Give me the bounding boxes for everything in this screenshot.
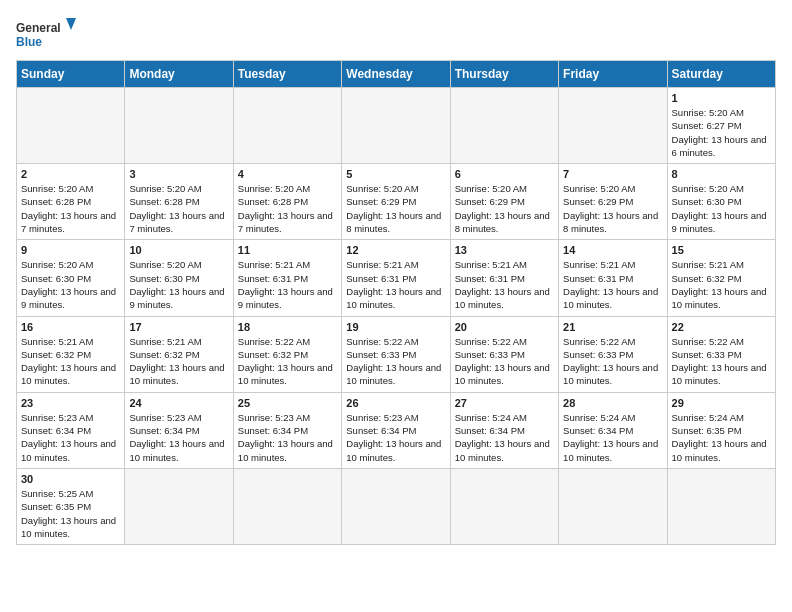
calendar-cell: 28Sunrise: 5:24 AM Sunset: 6:34 PM Dayli… bbox=[559, 392, 667, 468]
day-number: 20 bbox=[455, 321, 554, 333]
calendar-cell: 8Sunrise: 5:20 AM Sunset: 6:30 PM Daylig… bbox=[667, 164, 775, 240]
calendar-cell: 20Sunrise: 5:22 AM Sunset: 6:33 PM Dayli… bbox=[450, 316, 558, 392]
calendar-cell: 4Sunrise: 5:20 AM Sunset: 6:28 PM Daylig… bbox=[233, 164, 341, 240]
day-info: Sunrise: 5:22 AM Sunset: 6:33 PM Dayligh… bbox=[346, 335, 445, 388]
calendar-cell: 7Sunrise: 5:20 AM Sunset: 6:29 PM Daylig… bbox=[559, 164, 667, 240]
header: General Blue bbox=[16, 16, 776, 52]
day-number: 15 bbox=[672, 244, 771, 256]
svg-text:General: General bbox=[16, 21, 61, 35]
calendar-cell bbox=[450, 468, 558, 544]
calendar-cell bbox=[125, 88, 233, 164]
day-info: Sunrise: 5:22 AM Sunset: 6:33 PM Dayligh… bbox=[455, 335, 554, 388]
day-number: 26 bbox=[346, 397, 445, 409]
header-day-friday: Friday bbox=[559, 61, 667, 88]
day-number: 5 bbox=[346, 168, 445, 180]
calendar-cell: 18Sunrise: 5:22 AM Sunset: 6:32 PM Dayli… bbox=[233, 316, 341, 392]
day-number: 4 bbox=[238, 168, 337, 180]
day-info: Sunrise: 5:24 AM Sunset: 6:34 PM Dayligh… bbox=[455, 411, 554, 464]
calendar-cell: 26Sunrise: 5:23 AM Sunset: 6:34 PM Dayli… bbox=[342, 392, 450, 468]
day-number: 14 bbox=[563, 244, 662, 256]
week-row-4: 23Sunrise: 5:23 AM Sunset: 6:34 PM Dayli… bbox=[17, 392, 776, 468]
calendar-cell: 21Sunrise: 5:22 AM Sunset: 6:33 PM Dayli… bbox=[559, 316, 667, 392]
calendar-cell: 23Sunrise: 5:23 AM Sunset: 6:34 PM Dayli… bbox=[17, 392, 125, 468]
calendar-cell: 16Sunrise: 5:21 AM Sunset: 6:32 PM Dayli… bbox=[17, 316, 125, 392]
calendar-cell: 14Sunrise: 5:21 AM Sunset: 6:31 PM Dayli… bbox=[559, 240, 667, 316]
calendar-cell: 10Sunrise: 5:20 AM Sunset: 6:30 PM Dayli… bbox=[125, 240, 233, 316]
calendar-cell bbox=[342, 468, 450, 544]
day-info: Sunrise: 5:21 AM Sunset: 6:32 PM Dayligh… bbox=[672, 258, 771, 311]
day-number: 30 bbox=[21, 473, 120, 485]
day-info: Sunrise: 5:20 AM Sunset: 6:28 PM Dayligh… bbox=[21, 182, 120, 235]
week-row-0: 1Sunrise: 5:20 AM Sunset: 6:27 PM Daylig… bbox=[17, 88, 776, 164]
header-day-tuesday: Tuesday bbox=[233, 61, 341, 88]
day-number: 27 bbox=[455, 397, 554, 409]
calendar-cell bbox=[17, 88, 125, 164]
day-info: Sunrise: 5:23 AM Sunset: 6:34 PM Dayligh… bbox=[238, 411, 337, 464]
day-number: 3 bbox=[129, 168, 228, 180]
day-number: 1 bbox=[672, 92, 771, 104]
calendar-cell: 19Sunrise: 5:22 AM Sunset: 6:33 PM Dayli… bbox=[342, 316, 450, 392]
header-day-thursday: Thursday bbox=[450, 61, 558, 88]
header-day-monday: Monday bbox=[125, 61, 233, 88]
day-info: Sunrise: 5:24 AM Sunset: 6:35 PM Dayligh… bbox=[672, 411, 771, 464]
day-info: Sunrise: 5:20 AM Sunset: 6:29 PM Dayligh… bbox=[563, 182, 662, 235]
day-number: 21 bbox=[563, 321, 662, 333]
day-number: 12 bbox=[346, 244, 445, 256]
day-info: Sunrise: 5:22 AM Sunset: 6:32 PM Dayligh… bbox=[238, 335, 337, 388]
calendar-cell: 6Sunrise: 5:20 AM Sunset: 6:29 PM Daylig… bbox=[450, 164, 558, 240]
calendar-cell: 2Sunrise: 5:20 AM Sunset: 6:28 PM Daylig… bbox=[17, 164, 125, 240]
week-row-1: 2Sunrise: 5:20 AM Sunset: 6:28 PM Daylig… bbox=[17, 164, 776, 240]
calendar-cell: 3Sunrise: 5:20 AM Sunset: 6:28 PM Daylig… bbox=[125, 164, 233, 240]
calendar-cell: 29Sunrise: 5:24 AM Sunset: 6:35 PM Dayli… bbox=[667, 392, 775, 468]
day-info: Sunrise: 5:21 AM Sunset: 6:32 PM Dayligh… bbox=[129, 335, 228, 388]
day-info: Sunrise: 5:21 AM Sunset: 6:31 PM Dayligh… bbox=[346, 258, 445, 311]
day-info: Sunrise: 5:20 AM Sunset: 6:28 PM Dayligh… bbox=[238, 182, 337, 235]
day-info: Sunrise: 5:21 AM Sunset: 6:31 PM Dayligh… bbox=[563, 258, 662, 311]
day-info: Sunrise: 5:20 AM Sunset: 6:30 PM Dayligh… bbox=[21, 258, 120, 311]
calendar-cell: 25Sunrise: 5:23 AM Sunset: 6:34 PM Dayli… bbox=[233, 392, 341, 468]
day-number: 2 bbox=[21, 168, 120, 180]
calendar-cell: 15Sunrise: 5:21 AM Sunset: 6:32 PM Dayli… bbox=[667, 240, 775, 316]
day-number: 9 bbox=[21, 244, 120, 256]
day-number: 17 bbox=[129, 321, 228, 333]
calendar-cell bbox=[233, 468, 341, 544]
calendar-cell: 30Sunrise: 5:25 AM Sunset: 6:35 PM Dayli… bbox=[17, 468, 125, 544]
header-row: SundayMondayTuesdayWednesdayThursdayFrid… bbox=[17, 61, 776, 88]
day-number: 25 bbox=[238, 397, 337, 409]
svg-marker-2 bbox=[66, 18, 76, 30]
logo-svg: General Blue bbox=[16, 16, 76, 52]
svg-text:Blue: Blue bbox=[16, 35, 42, 49]
calendar-cell: 22Sunrise: 5:22 AM Sunset: 6:33 PM Dayli… bbox=[667, 316, 775, 392]
day-info: Sunrise: 5:20 AM Sunset: 6:29 PM Dayligh… bbox=[455, 182, 554, 235]
day-number: 7 bbox=[563, 168, 662, 180]
calendar-cell: 27Sunrise: 5:24 AM Sunset: 6:34 PM Dayli… bbox=[450, 392, 558, 468]
calendar-cell: 5Sunrise: 5:20 AM Sunset: 6:29 PM Daylig… bbox=[342, 164, 450, 240]
day-info: Sunrise: 5:21 AM Sunset: 6:32 PM Dayligh… bbox=[21, 335, 120, 388]
day-number: 8 bbox=[672, 168, 771, 180]
day-number: 13 bbox=[455, 244, 554, 256]
day-info: Sunrise: 5:20 AM Sunset: 6:30 PM Dayligh… bbox=[129, 258, 228, 311]
week-row-3: 16Sunrise: 5:21 AM Sunset: 6:32 PM Dayli… bbox=[17, 316, 776, 392]
header-day-sunday: Sunday bbox=[17, 61, 125, 88]
calendar-header: SundayMondayTuesdayWednesdayThursdayFrid… bbox=[17, 61, 776, 88]
header-day-wednesday: Wednesday bbox=[342, 61, 450, 88]
calendar-cell bbox=[233, 88, 341, 164]
day-number: 19 bbox=[346, 321, 445, 333]
day-info: Sunrise: 5:25 AM Sunset: 6:35 PM Dayligh… bbox=[21, 487, 120, 540]
day-info: Sunrise: 5:22 AM Sunset: 6:33 PM Dayligh… bbox=[672, 335, 771, 388]
calendar-cell bbox=[450, 88, 558, 164]
day-number: 24 bbox=[129, 397, 228, 409]
day-info: Sunrise: 5:23 AM Sunset: 6:34 PM Dayligh… bbox=[21, 411, 120, 464]
calendar-body: 1Sunrise: 5:20 AM Sunset: 6:27 PM Daylig… bbox=[17, 88, 776, 545]
header-day-saturday: Saturday bbox=[667, 61, 775, 88]
logo: General Blue bbox=[16, 16, 76, 52]
day-number: 23 bbox=[21, 397, 120, 409]
calendar-cell bbox=[559, 88, 667, 164]
day-info: Sunrise: 5:22 AM Sunset: 6:33 PM Dayligh… bbox=[563, 335, 662, 388]
calendar-cell: 9Sunrise: 5:20 AM Sunset: 6:30 PM Daylig… bbox=[17, 240, 125, 316]
day-info: Sunrise: 5:20 AM Sunset: 6:27 PM Dayligh… bbox=[672, 106, 771, 159]
calendar-cell: 24Sunrise: 5:23 AM Sunset: 6:34 PM Dayli… bbox=[125, 392, 233, 468]
day-number: 11 bbox=[238, 244, 337, 256]
day-number: 22 bbox=[672, 321, 771, 333]
day-info: Sunrise: 5:20 AM Sunset: 6:29 PM Dayligh… bbox=[346, 182, 445, 235]
